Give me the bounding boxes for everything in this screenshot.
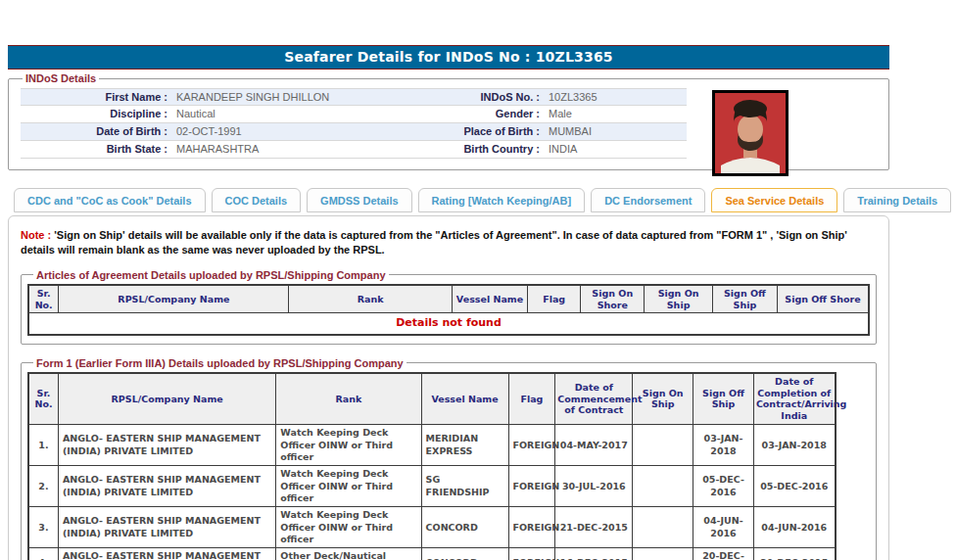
place-of-birth-value: MUMBAI (540, 123, 687, 140)
cell-sr-no: 1. (28, 425, 58, 466)
cell-flag: FOREIGN (508, 425, 555, 466)
indos-details-grid: First Name : KARANDEEP SINGH DHILLON IND… (21, 88, 687, 159)
page-title: Seafarer Details for INDoS No : 10ZL3365 (8, 45, 889, 70)
discipline-value: Nautical (167, 106, 407, 122)
birth-state-label: Birth State : (21, 141, 167, 158)
birth-state-value: MAHARASHTRA (167, 141, 407, 158)
col-sign-off-shore: Sign Off Shore (777, 285, 869, 313)
indos-row: Birth State : MAHARASHTRA Birth Country … (21, 141, 687, 159)
first-name-label: First Name : (21, 89, 167, 105)
portrait-graphic (715, 93, 786, 173)
cell-sign-off-ship: 04-JUN-2016 (693, 507, 754, 548)
discipline-label: Discipline : (21, 106, 167, 122)
col-sign-off-ship: Sign Off Ship (693, 373, 754, 425)
cell-flag: FOREIGN (508, 507, 555, 548)
col-rank: Rank (289, 285, 452, 313)
tab-training-details[interactable]: Training Details (843, 188, 951, 212)
col-sign-off-ship: Sign Off Ship (712, 285, 777, 313)
cell-company: ANGLO- EASTERN SHIP MANAGEMENT (INDIA) P… (58, 466, 275, 507)
cell-date-commencement: 30-JUL-2016 (555, 466, 633, 507)
cell-date-commencement: 04-MAY-2017 (555, 425, 633, 466)
articles-of-agreement-panel: Articles of Agreement Details uploaded b… (21, 269, 877, 345)
cell-flag: FOREIGN (508, 548, 555, 560)
birth-country-value: INDIA (540, 141, 687, 158)
col-date-commencement: Date of Commencement of Contract (555, 373, 633, 425)
col-rank: Rank (276, 373, 421, 425)
cell-sign-off-ship: 20-DEC-2015 (693, 548, 754, 560)
col-sign-on-ship: Sign On Ship (645, 285, 712, 313)
form1-row: 1. ANGLO- EASTERN SHIP MANAGEMENT (INDIA… (28, 425, 836, 466)
cell-vessel: SG FRIENDSHIP (421, 466, 508, 507)
indos-no-label: INDoS No. : (407, 89, 540, 105)
cell-date-completion: 05-DEC-2016 (753, 466, 835, 507)
note-body: 'Sign on Ship' details will be available… (21, 229, 847, 256)
cell-date-commencement: 21-DEC-2015 (555, 507, 633, 548)
cell-rank: Watch Keeping Deck Officer OINW or Third… (276, 425, 421, 466)
indos-no-value: 10ZL3365 (540, 89, 687, 105)
col-sign-on-shore: Sign On Shore (581, 285, 645, 313)
tab-cdc-coc-as-cook-details[interactable]: CDC and "CoC as Cook" Details (14, 188, 206, 212)
note-label: Note : (21, 229, 51, 241)
tab-dc-endorsement[interactable]: DC Endorsement (591, 188, 705, 212)
details-not-found-message: Details not found (28, 313, 869, 335)
place-of-birth-label: Place of Birth : (407, 123, 540, 140)
col-sr-no: Sr. No. (28, 285, 59, 313)
date-of-birth-label: Date of Birth : (21, 123, 167, 140)
first-name-value: KARANDEEP SINGH DHILLON (167, 89, 407, 105)
tab-coc-details[interactable]: COC Details (212, 188, 302, 212)
col-flag: Flag (508, 373, 555, 425)
cell-date-commencement: 16-DEC-2015 (555, 548, 633, 560)
col-sr-no: Sr. No. (28, 373, 58, 425)
date-of-birth-value: 02-OCT-1991 (167, 123, 407, 140)
cell-rank: Other Deck/Nautical Officers (276, 548, 421, 560)
cell-sign-off-ship: 03-JAN-2018 (693, 425, 754, 466)
cell-company: ANGLO- EASTERN SHIP MANAGEMENT (INDIA) P… (58, 425, 275, 466)
form1-table: Sr. No. RPSL/Company Name Rank Vessel Na… (27, 372, 836, 560)
birth-country-label: Birth Country : (407, 141, 540, 158)
gender-label: Gender : (407, 106, 540, 122)
gender-value: Male (540, 106, 687, 122)
tab-rating-watch-keeping-ab[interactable]: Rating [Watch Keeping/AB] (418, 188, 586, 212)
form1-header-row: Sr. No. RPSL/Company Name Rank Vessel Na… (28, 373, 836, 425)
cell-flag: FOREIGN (508, 466, 555, 507)
col-vessel: Vessel Name (421, 373, 508, 425)
indos-details-legend: INDoS Details (23, 72, 99, 84)
col-company: RPSL/Company Name (59, 285, 289, 313)
cell-sign-off-ship: 05-DEC-2016 (693, 466, 754, 507)
indos-row: First Name : KARANDEEP SINGH DHILLON IND… (21, 88, 687, 106)
indos-row: Discipline : Nautical Gender : Male (21, 106, 687, 123)
col-vessel: Vessel Name (452, 285, 527, 313)
col-flag: Flag (528, 285, 581, 313)
tab-sea-service-details[interactable]: Sea Service Details (711, 188, 837, 212)
tab-gmdss-details[interactable]: GMDSS Details (307, 188, 411, 212)
cell-company: ANGLO- EASTERN SHIP MANAGEMENT (INDIA) P… (58, 548, 275, 560)
cell-sr-no: 2. (28, 466, 58, 507)
form1-row: 2. ANGLO- EASTERN SHIP MANAGEMENT (INDIA… (28, 466, 836, 507)
indos-details-panel: INDoS Details First Name : KARANDEEP SIN… (8, 72, 889, 170)
cell-vessel: MERIDIAN EXPRESS (421, 425, 508, 466)
seafarer-photo (712, 90, 789, 176)
sea-service-panel: Note : 'Sign on Ship' details will be av… (8, 215, 889, 560)
form1-legend: Form 1 (Earlier Form IIIA) Details uploa… (33, 357, 406, 369)
cell-sign-on-ship (633, 425, 693, 466)
articles-empty-row: Details not found (28, 313, 869, 335)
cell-date-completion: 20-DEC-2015 (753, 548, 835, 560)
cell-date-completion: 04-JUN-2016 (753, 507, 835, 548)
cell-vessel: CONCORD (421, 507, 508, 548)
cell-rank: Watch Keeping Deck Officer OINW or Third… (276, 507, 421, 548)
cell-rank: Watch Keeping Deck Officer OINW or Third… (276, 466, 421, 507)
cell-date-completion: 03-JAN-2018 (753, 425, 835, 466)
cell-sr-no: 3. (28, 507, 58, 548)
col-sign-on-ship: Sign On Ship (633, 373, 693, 425)
cell-vessel: CONCORD (421, 548, 508, 560)
note-text: Note : 'Sign on Ship' details will be av… (19, 228, 879, 261)
col-date-completion: Date of Completion of Contract/Arriving … (753, 373, 835, 425)
indos-row: Date of Birth : 02-OCT-1991 Place of Bir… (21, 123, 687, 141)
cell-sr-no: 4. (28, 548, 58, 560)
cell-company: ANGLO- EASTERN SHIP MANAGEMENT (INDIA) P… (58, 507, 275, 548)
articles-header-row: Sr. No. RPSL/Company Name Rank Vessel Na… (28, 285, 869, 313)
cell-sign-on-ship (633, 548, 693, 560)
articles-legend: Articles of Agreement Details uploaded b… (33, 269, 389, 281)
cell-sign-on-ship (633, 466, 693, 507)
col-company: RPSL/Company Name (58, 373, 275, 425)
